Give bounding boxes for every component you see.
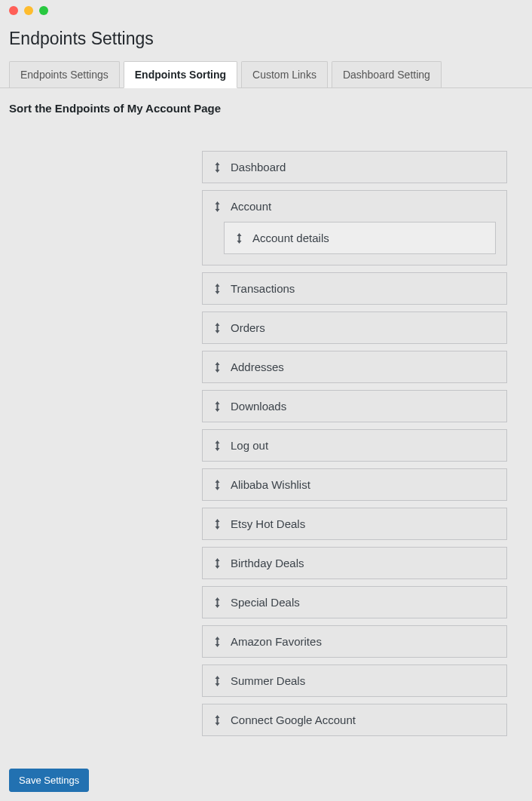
tab-dashboard-setting[interactable]: Dashboard Setting: [332, 61, 442, 87]
sort-item-logout[interactable]: Log out: [202, 429, 507, 462]
sort-item-addresses[interactable]: Addresses: [202, 351, 507, 383]
tab-custom-links[interactable]: Custom Links: [241, 61, 328, 87]
tab-endpoints-settings[interactable]: Endpoints Settings: [9, 61, 120, 87]
sort-group-header[interactable]: Account: [213, 200, 496, 213]
sort-item-label: Account details: [252, 232, 329, 244]
sort-item-label: Dashboard: [231, 161, 286, 173]
sort-item-amazon-favorites[interactable]: Amazon Favorites: [202, 625, 507, 658]
sort-vertical-icon: [213, 558, 222, 569]
sort-item-dashboard[interactable]: Dashboard: [202, 151, 507, 183]
sort-vertical-icon: [213, 401, 222, 412]
sort-item-label: Alibaba Wishlist: [231, 478, 310, 491]
sort-vertical-icon: [213, 284, 222, 294]
sort-vertical-icon: [213, 715, 222, 726]
sort-item-summer-deals[interactable]: Summer Deals: [202, 664, 507, 697]
window-maximize-button[interactable]: [39, 6, 48, 15]
sort-item-orders[interactable]: Orders: [202, 312, 507, 344]
sort-item-label: Summer Deals: [231, 674, 305, 687]
sort-item-label: Account: [231, 200, 271, 213]
sort-vertical-icon: [213, 480, 222, 490]
sort-item-birthday-deals[interactable]: Birthday Deals: [202, 547, 507, 579]
tabs: Endpoints Settings Endpoints Sorting Cus…: [0, 61, 532, 88]
window-minimize-button[interactable]: [24, 6, 33, 15]
titlebar: [0, 0, 532, 21]
sort-subitem-account-details[interactable]: Account details: [224, 222, 496, 254]
sort-item-label: Special Deals: [231, 596, 300, 609]
window-close-button[interactable]: [9, 6, 18, 15]
content: Sort the Endpoints of My Account Page Da…: [0, 88, 532, 760]
sort-item-label: Downloads: [231, 400, 286, 413]
sort-item-special-deals[interactable]: Special Deals: [202, 586, 507, 618]
sort-area: Dashboard Account Account details: [9, 151, 523, 736]
sort-vertical-icon: [213, 637, 222, 647]
footer: Save Settings: [0, 760, 532, 801]
section-title: Sort the Endpoints of My Account Page: [9, 102, 523, 115]
save-settings-button[interactable]: Save Settings: [9, 769, 89, 792]
sort-item-label: Etsy Hot Deals: [231, 517, 305, 530]
sort-item-connect-google[interactable]: Connect Google Account: [202, 704, 507, 736]
sort-vertical-icon: [213, 676, 222, 686]
sort-vertical-icon: [213, 162, 222, 173]
sort-group-account[interactable]: Account Account details: [202, 190, 507, 265]
sort-vertical-icon: [213, 362, 222, 373]
sort-vertical-icon: [213, 597, 222, 608]
sort-item-etsy-hot-deals[interactable]: Etsy Hot Deals: [202, 508, 507, 540]
sort-item-transactions[interactable]: Transactions: [202, 272, 507, 305]
page-title: Endpoints Settings: [0, 21, 532, 61]
sort-vertical-icon: [213, 323, 222, 333]
sort-item-downloads[interactable]: Downloads: [202, 390, 507, 422]
sort-item-label: Transactions: [231, 282, 295, 295]
sort-vertical-icon: [213, 201, 222, 212]
tab-endpoints-sorting[interactable]: Endpoints Sorting: [124, 61, 237, 88]
sort-item-alibaba-wishlist[interactable]: Alibaba Wishlist: [202, 468, 507, 501]
sort-item-label: Connect Google Account: [231, 714, 356, 726]
window: Endpoints Settings Endpoints Settings En…: [0, 0, 532, 801]
sort-item-label: Birthday Deals: [231, 557, 304, 569]
sort-item-label: Amazon Favorites: [231, 635, 322, 648]
sort-vertical-icon: [213, 440, 222, 451]
sort-item-label: Orders: [231, 321, 265, 334]
sort-vertical-icon: [213, 519, 222, 529]
sort-item-label: Addresses: [231, 361, 284, 373]
sort-item-label: Log out: [231, 439, 268, 452]
sort-vertical-icon: [235, 233, 243, 244]
